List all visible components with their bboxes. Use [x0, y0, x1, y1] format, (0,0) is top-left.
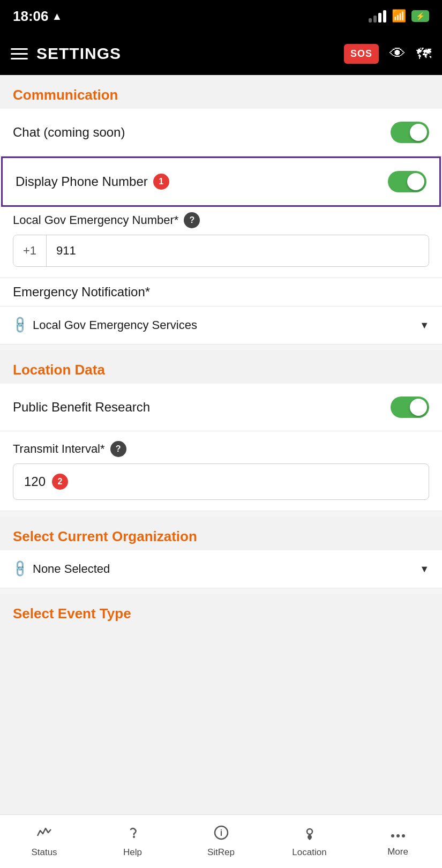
- spacer-2: [0, 511, 442, 517]
- org-chevron-down-icon: ▼: [419, 564, 429, 575]
- public-benefit-label: Public Benefit Research: [13, 400, 150, 415]
- spacer-1: [0, 345, 442, 350]
- wifi-icon: 📶: [392, 9, 406, 23]
- location-data-section: Public Benefit Research Transmit Interva…: [0, 384, 442, 511]
- svg-point-0: [133, 836, 135, 838]
- location-icon: [302, 825, 317, 844]
- svg-point-4: [391, 834, 394, 837]
- communication-section-header: Communication: [0, 75, 442, 109]
- transmit-interval-row: Transmit Interval* ? 120 2: [0, 431, 442, 511]
- spacer-3: [0, 588, 442, 594]
- org-dropdown[interactable]: 🔗 None Selected ▼: [0, 550, 442, 588]
- phone-input-group[interactable]: +1 911: [13, 235, 429, 267]
- select-org-section: 🔗 None Selected ▼: [0, 550, 442, 588]
- org-dropdown-label: 🔗 None Selected: [13, 562, 110, 576]
- emergency-notification-label-row: Emergency Notification*: [0, 278, 442, 306]
- svg-point-3: [307, 829, 312, 834]
- app-header: SETTINGS SOS 👁 🗺: [0, 32, 442, 75]
- nav-item-help[interactable]: Help: [88, 815, 177, 868]
- header-left: SETTINGS: [11, 44, 121, 63]
- battery-icon: ⚡: [411, 10, 429, 22]
- signal-bars-icon: [369, 10, 386, 23]
- nav-item-sitrep[interactable]: i SitRep: [177, 815, 265, 868]
- main-content: Communication Chat (coming soon) Display…: [0, 75, 442, 681]
- org-link-icon: 🔗: [10, 559, 30, 579]
- sos-button[interactable]: SOS: [344, 44, 379, 64]
- chevron-down-icon: ▼: [419, 320, 429, 331]
- navigation-icon: ▲: [52, 10, 63, 23]
- display-phone-toggle[interactable]: [388, 171, 426, 192]
- phone-prefix: +1: [13, 235, 47, 266]
- sitrep-icon: i: [214, 825, 229, 844]
- eye-icon[interactable]: 👁: [389, 44, 406, 63]
- hamburger-menu[interactable]: [11, 48, 28, 59]
- emergency-dropdown-label: 🔗 Local Gov Emergency Services: [13, 318, 197, 332]
- chat-row: Chat (coming soon): [0, 109, 442, 156]
- emergency-dropdown[interactable]: 🔗 Local Gov Emergency Services ▼: [0, 306, 442, 345]
- transmit-input-box[interactable]: 120 2: [13, 463, 429, 500]
- public-benefit-toggle[interactable]: [391, 396, 429, 418]
- display-phone-row: Display Phone Number 1: [1, 156, 441, 207]
- more-icon: [391, 826, 406, 843]
- header-right: SOS 👁 🗺: [344, 44, 431, 64]
- svg-point-6: [402, 834, 405, 837]
- location-data-section-header: Location Data: [0, 350, 442, 384]
- nav-item-status[interactable]: Status: [0, 815, 88, 868]
- location-nav-label: Location: [292, 847, 326, 858]
- svg-point-5: [396, 834, 400, 837]
- transmit-help-icon[interactable]: ?: [110, 441, 126, 457]
- chat-label: Chat (coming soon): [13, 125, 125, 140]
- map-icon[interactable]: 🗺: [416, 45, 431, 63]
- display-phone-badge: 1: [153, 174, 169, 190]
- local-gov-emergency-row: Local Gov Emergency Number* ? +1 911: [0, 207, 442, 278]
- sitrep-nav-label: SitRep: [207, 847, 235, 858]
- nav-item-more[interactable]: More: [354, 815, 442, 868]
- phone-number-value[interactable]: 911: [47, 235, 429, 266]
- status-nav-label: Status: [31, 847, 57, 858]
- nav-item-location[interactable]: Location: [265, 815, 354, 868]
- public-benefit-row: Public Benefit Research: [0, 384, 442, 431]
- svg-text:i: i: [220, 828, 222, 837]
- status-time: 18:06 ▲: [13, 8, 62, 25]
- chat-toggle[interactable]: [391, 122, 429, 143]
- local-gov-emergency-label: Local Gov Emergency Number* ?: [13, 212, 429, 228]
- bottom-nav: Status Help i SitRep Location: [0, 814, 442, 868]
- status-icons: 📶 ⚡: [369, 9, 429, 23]
- communication-section: Chat (coming soon) Display Phone Number …: [0, 109, 442, 345]
- select-event-type-header: Select Event Type: [0, 594, 442, 627]
- help-nav-label: Help: [123, 847, 142, 858]
- status-bar: 18:06 ▲ 📶 ⚡: [0, 0, 442, 32]
- transmit-value[interactable]: 120: [24, 474, 46, 489]
- display-phone-label: Display Phone Number 1: [16, 174, 169, 190]
- transmit-badge: 2: [52, 474, 68, 490]
- local-gov-help-icon[interactable]: ?: [184, 212, 200, 228]
- transmit-interval-label: Transmit Interval* ?: [13, 441, 429, 457]
- time-display: 18:06: [13, 8, 49, 25]
- select-org-section-header: Select Current Organization: [0, 517, 442, 550]
- status-icon: [36, 825, 53, 844]
- emergency-notification-label: Emergency Notification*: [13, 285, 150, 300]
- help-icon: [125, 825, 140, 844]
- link-icon: 🔗: [10, 315, 30, 335]
- more-nav-label: More: [387, 847, 408, 857]
- page-title: SETTINGS: [36, 44, 121, 63]
